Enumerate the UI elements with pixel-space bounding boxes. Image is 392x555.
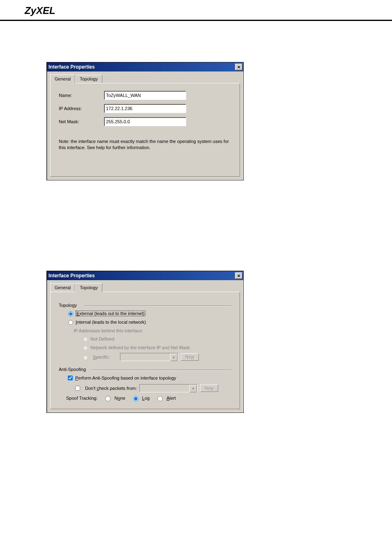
- name-input[interactable]: [104, 91, 186, 100]
- new-specific-button: New: [181, 353, 199, 361]
- radio-specific: [83, 355, 88, 360]
- radio-internal[interactable]: [68, 320, 73, 325]
- radio-spoof-none-label: None: [114, 396, 125, 401]
- radio-external[interactable]: [68, 311, 73, 316]
- tab-topology[interactable]: Topology: [75, 75, 102, 83]
- dont-check-dropdown: ▼: [139, 384, 198, 392]
- mask-input[interactable]: [104, 117, 186, 126]
- dont-check-label: Don't check packets from:: [85, 386, 137, 391]
- radio-spoof-alert-label: Alert: [166, 396, 176, 401]
- radio-not-defined: [83, 337, 88, 342]
- interface-properties-dialog-topology: Interface Properties ✕ General Topology …: [46, 271, 244, 413]
- spoof-tracking-label: Spoof Tracking:: [66, 396, 97, 401]
- spoof-log-row[interactable]: Log: [131, 395, 150, 401]
- radio-internal-row[interactable]: Internal (leads to the local network): [66, 319, 231, 325]
- perform-antispoof-label: Perform Anti-Spoofing based on interface…: [75, 375, 176, 380]
- titlebar: Interface Properties ✕: [47, 62, 243, 71]
- perform-antispoof-checkbox[interactable]: [68, 375, 73, 380]
- radio-network-defined-label: Network defined by the interface IP and …: [90, 345, 190, 350]
- new-dontcheck-button: New: [200, 385, 218, 392]
- antispoof-group-label: Anti-Spoofing: [59, 367, 231, 372]
- dialog-title: Interface Properties: [48, 273, 95, 279]
- chevron-down-icon: ▼: [189, 385, 197, 392]
- interface-properties-dialog-general: Interface Properties ✕ General Topology …: [46, 62, 244, 180]
- dialog-title: Interface Properties: [48, 64, 95, 70]
- page-header-brand: ZyXEL: [0, 0, 392, 21]
- close-icon[interactable]: ✕: [235, 64, 242, 70]
- tabstrip: General Topology: [50, 283, 240, 292]
- mask-label: Net Mask:: [59, 119, 104, 124]
- ip-behind-label: IP Addresses behind this interface:: [74, 328, 231, 333]
- perform-antispoof-row[interactable]: Perform Anti-Spoofing based on interface…: [66, 374, 231, 382]
- radio-external-row[interactable]: EExternal (leads out to the internet)xte…: [66, 310, 231, 316]
- radio-specific-label: Specific:: [93, 355, 118, 359]
- radio-network-defined: [83, 345, 88, 350]
- ip-input[interactable]: [104, 104, 186, 113]
- radio-spoof-log[interactable]: [133, 396, 138, 401]
- general-panel: Name: IP Address: Net Mask: Note: the in…: [50, 83, 240, 177]
- radio-not-defined-label: Not Defined: [90, 336, 114, 341]
- dont-check-checkbox[interactable]: [75, 386, 80, 391]
- chevron-down-icon: ▼: [170, 354, 178, 361]
- topology-panel: Topology EExternal (leads out to the int…: [50, 292, 240, 409]
- close-icon[interactable]: ✕: [235, 272, 242, 279]
- specific-dropdown: ▼: [120, 353, 178, 361]
- note-text: Note: the interface name must exactly ma…: [59, 138, 231, 151]
- radio-internal-label: Internal (leads to the local network): [76, 320, 146, 325]
- tab-general[interactable]: General: [50, 283, 75, 292]
- topology-group-label: Topology: [59, 303, 231, 308]
- ip-label: IP Address:: [59, 106, 104, 111]
- radio-spoof-log-label: Log: [142, 396, 150, 401]
- tab-general[interactable]: General: [50, 74, 75, 83]
- radio-spoof-none[interactable]: [105, 396, 111, 401]
- radio-spoof-alert[interactable]: [157, 396, 163, 401]
- tab-topology[interactable]: Topology: [75, 283, 102, 292]
- name-label: Name:: [59, 93, 104, 98]
- tabstrip: General Topology: [50, 74, 240, 83]
- titlebar: Interface Properties ✕: [47, 271, 243, 280]
- spoof-none-row[interactable]: None: [103, 395, 125, 401]
- radio-external-label: EExternal (leads out to the internet)xte…: [76, 311, 145, 316]
- spoof-alert-row[interactable]: Alert: [155, 395, 176, 401]
